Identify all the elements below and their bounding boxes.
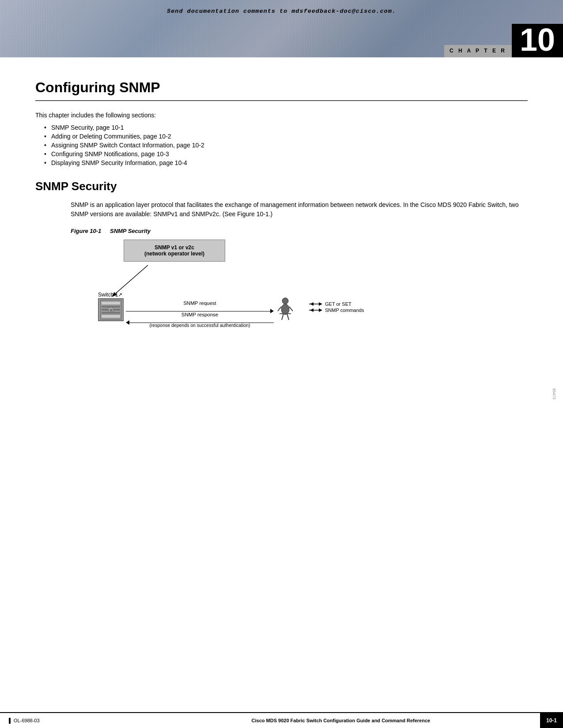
footer-left: ▌ OL-6988-03 <box>0 718 142 723</box>
toc-item-5: Displaying SNMP Security Information, pa… <box>44 159 528 166</box>
svg-marker-20 <box>319 308 322 312</box>
figure-container: Figure 10-1 SNMP Security SNMP v1 or v2c… <box>71 228 528 345</box>
chapter-title: Configuring SNMP <box>35 79 528 96</box>
chapter-number: 10 <box>512 24 563 57</box>
svg-rect-2 <box>102 302 120 304</box>
snmp-response-label: SNMP response <box>126 312 274 317</box>
intro-text: This chapter includes the following sect… <box>35 112 528 119</box>
request-shaft <box>126 311 270 311</box>
svg-line-12 <box>289 307 293 311</box>
get-set-row2: SNMP commands <box>309 308 364 313</box>
switch-label: Switch 1↗ <box>98 292 122 298</box>
get-set-label1: GET or SET <box>325 301 351 307</box>
feedback-text: Send documentation comments to mdsfeedba… <box>0 8 563 15</box>
get-set-label2: SNMP commands <box>325 308 364 313</box>
svg-line-11 <box>278 307 281 311</box>
page-footer: ▌ OL-6988-03 Cisco MDS 9020 Fabric Switc… <box>0 712 563 728</box>
toc-item-2: Adding or Deleting Communities, page 10-… <box>44 133 528 140</box>
svg-marker-21 <box>310 308 314 312</box>
main-content: Configuring SNMP This chapter includes t… <box>0 57 563 394</box>
get-set-box: GET or SET SNMP commands <box>309 301 364 314</box>
snmp-response-row: SNMP response (response depends on succe… <box>126 318 274 327</box>
figure-title: SNMP Security <box>110 228 151 234</box>
watermark: 85473 <box>552 388 556 399</box>
nms-person-icon <box>276 297 295 324</box>
svg-text:⚙: ⚙ <box>110 308 113 312</box>
svg-point-9 <box>282 298 288 304</box>
toc-list: SNMP Security, page 10-1 Adding or Delet… <box>44 124 528 166</box>
snmp-response-area: SNMP response (response depends on succe… <box>126 318 274 327</box>
response-note: (response depends on successful authenti… <box>126 323 274 328</box>
toc-item-1: SNMP Security, page 10-1 <box>44 124 528 131</box>
toc-item-4: Configuring SNMP Notifications, page 10-… <box>44 150 528 158</box>
chapter-area: C H A P T E R 10 <box>444 24 563 57</box>
svg-rect-6 <box>102 315 120 318</box>
svg-point-10 <box>281 304 289 315</box>
section-title-snmp: SNMP Security <box>35 180 528 193</box>
snmp-version-box: SNMP v1 or v2c (network operator level) <box>124 240 225 262</box>
footer-center: Cisco MDS 9020 Fabric Switch Configurati… <box>142 718 540 723</box>
snmp-body-text: SNMP is an application layer protocol th… <box>71 200 528 219</box>
figure-label: Figure 10-1 SNMP Security <box>71 228 528 234</box>
doc-number: ▌ <box>9 718 14 723</box>
ol-number: OL-6988-03 <box>14 718 40 723</box>
snmp-box-line2: (network operator level) <box>128 251 221 257</box>
title-rule <box>35 100 528 101</box>
snmp-diagram: SNMP v1 or v2c (network operator level) … <box>71 240 380 345</box>
switch-icon: ⚙ <box>98 298 124 321</box>
get-set-row1: GET or SET <box>309 301 364 307</box>
svg-line-13 <box>282 314 283 320</box>
svg-marker-17 <box>319 302 322 306</box>
toc-item-3: Assigning SNMP Switch Contact Informatio… <box>44 142 528 149</box>
snmp-request-label: SNMP request <box>126 300 274 306</box>
svg-marker-18 <box>310 302 314 306</box>
chapter-label: C H A P T E R <box>444 45 512 57</box>
svg-line-14 <box>287 314 289 320</box>
header-banner: Send documentation comments to mdsfeedba… <box>0 0 563 57</box>
footer-right: 10-1 <box>540 713 563 728</box>
snmp-box-line1: SNMP v1 or v2c <box>128 244 221 251</box>
figure-number: Figure 10-1 <box>71 228 101 234</box>
